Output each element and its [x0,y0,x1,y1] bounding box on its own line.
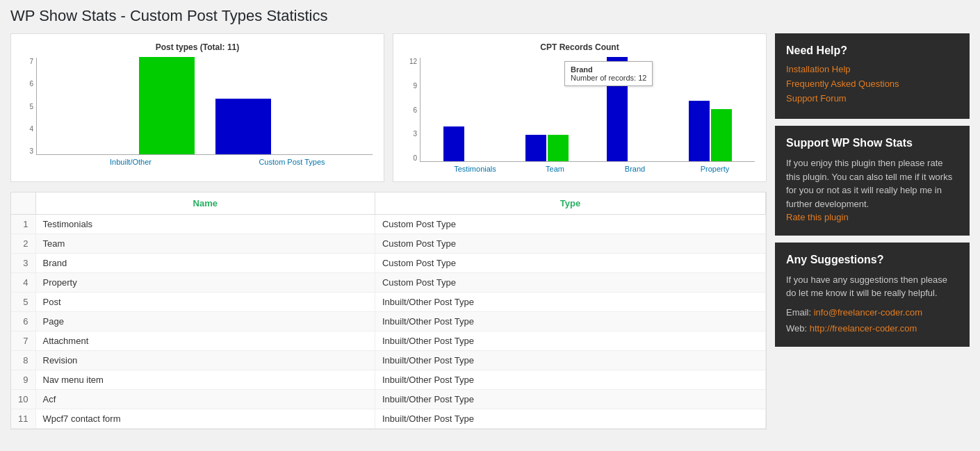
table-cell-name: Team [35,234,375,254]
table-cell-type: Inbuilt/Other Post Type [375,293,765,312]
post-types-chart-box: Post types (Total: 11) 3 4 5 6 7 [10,33,384,182]
cpt-bar-team-green [548,135,569,161]
table-cell-name: Testimonials [35,215,375,234]
post-types-bars [36,58,373,155]
table-cell-name: Nav menu item [35,370,375,390]
table-cell-num: 10 [11,390,35,409]
bar-inbuilt [139,57,195,154]
table-cell-num: 2 [11,234,35,254]
page-title: WP Show Stats - Custom Post Types Statis… [10,7,970,25]
cpt-chart-box: CPT Records Count Brand Number of record… [393,33,767,182]
table-cell-type: Inbuilt/Other Post Type [375,312,765,331]
cpt-bar-team [525,135,569,161]
table-row: 3 Brand Custom Post Type [11,254,766,273]
data-table: Name Type 1 Testimonials Custom Post Typ… [11,192,766,429]
table-cell-name: Post [35,293,375,312]
table-row: 10 Acf Inbuilt/Other Post Type [11,390,766,409]
sidebar-email-link[interactable]: info@freelancer-coder.com [814,307,922,318]
table-cell-type: Inbuilt/Other Post Type [375,351,765,370]
table-body: 1 Testimonials Custom Post Type 2 Team C… [11,215,766,429]
data-table-wrapper: Name Type 1 Testimonials Custom Post Typ… [10,192,767,429]
sidebar-link-faq[interactable]: Frequently Asked Questions [786,79,958,89]
sidebar-rate-link[interactable]: Rate this plugin [786,212,849,222]
table-row: 8 Revision Inbuilt/Other Post Type [11,351,766,370]
table-cell-type: Custom Post Type [375,215,765,234]
sidebar-link-forum[interactable]: Support Forum [786,93,958,104]
cpt-bar-team-blue [525,135,546,161]
table-header-row: Name Type [11,192,766,215]
cpt-yaxis: 0 3 6 9 12 [405,58,420,162]
x-label-inbuilt: Inbuilt/Other [50,155,211,166]
cpt-bar-property [689,101,732,161]
post-types-chart-title: Post types (Total: 11) [22,42,373,52]
tooltip-label: Number of records: 12 [571,74,646,82]
table-cell-num: 9 [11,370,35,390]
sidebar-suggestions-title: Any Suggestions? [786,254,958,266]
x-label-property: Property [675,162,755,173]
sidebar-support-title: Support WP Show Stats [786,137,958,149]
x-label-brand: Brand [595,162,675,173]
charts-row: Post types (Total: 11) 3 4 5 6 7 [10,33,767,182]
table-row: 1 Testimonials Custom Post Type [11,215,766,234]
table-cell-num: 3 [11,254,35,273]
cpt-chart-title: CPT Records Count [405,42,755,52]
table-cell-name: Attachment [35,331,375,351]
table-row: 7 Attachment Inbuilt/Other Post Type [11,331,766,351]
cpt-bar-testimonials [443,126,487,161]
table-cell-num: 6 [11,312,35,331]
page-wrapper: WP Show Stats - Custom Post Types Statis… [0,0,980,436]
sidebar-link-installation[interactable]: Installation Help [786,64,958,74]
sidebar-suggestions-box: Any Suggestions? If you have any suggest… [775,243,970,347]
cpt-tooltip: Brand Number of records: 12 [564,61,653,86]
table-cell-num: 8 [11,351,35,370]
table-cell-type: Inbuilt/Other Post Type [375,370,765,390]
post-types-yaxis: 3 4 5 6 7 [22,58,36,155]
table-cell-type: Custom Post Type [375,234,765,254]
table-cell-type: Custom Post Type [375,254,765,273]
table-cell-name: Brand [35,254,375,273]
cpt-x-labels: Testimonials Team Brand Property [435,162,755,173]
bar-inbuilt-rect [139,57,195,154]
sidebar-support-box: Support WP Show Stats If you enjoy this … [775,126,970,236]
sidebar-help-box: Need Help? Installation Help Frequently … [775,33,970,119]
tooltip-title: Brand [571,65,646,74]
table-row: 4 Property Custom Post Type [11,273,766,293]
table-cell-name: Page [35,312,375,331]
table-cell-num: 7 [11,331,35,351]
sidebar-help-title: Need Help? [786,44,958,57]
sidebar-web-link[interactable]: http://freelancer-coder.com [810,323,917,334]
sidebar: Need Help? Installation Help Frequently … [775,33,970,429]
table-cell-num: 4 [11,273,35,293]
table-cell-name: Revision [35,351,375,370]
sidebar-suggestions-text: If you have any suggestions then please … [786,273,958,300]
table-row: 11 Wpcf7 contact form Inbuilt/Other Post… [11,409,766,429]
table-cell-name: Acf [35,390,375,409]
sidebar-support-text: If you enjoy this plugin then please rat… [786,156,958,224]
table-cell-type: Inbuilt/Other Post Type [375,331,765,351]
post-types-x-labels: Inbuilt/Other Custom Post Types [50,155,373,166]
table-header-num [11,192,35,215]
table-row: 6 Page Inbuilt/Other Post Type [11,312,766,331]
table-cell-num: 5 [11,293,35,312]
cpt-bar-testimonials-blue [443,126,464,161]
table-cell-name: Wpcf7 contact form [35,409,375,429]
table-row: 9 Nav menu item Inbuilt/Other Post Type [11,370,766,390]
table-cell-num: 11 [11,409,35,429]
x-label-testimonials: Testimonials [435,162,515,173]
table-cell-type: Inbuilt/Other Post Type [375,390,765,409]
table-cell-name: Property [35,273,375,293]
table-cell-type: Custom Post Type [375,273,765,293]
table-cell-type: Inbuilt/Other Post Type [375,409,765,429]
table-row: 2 Team Custom Post Type [11,234,766,254]
table-cell-num: 1 [11,215,35,234]
sidebar-email-row: Email: info@freelancer-coder.com [786,306,958,320]
x-label-custom: Custom Post Types [211,155,373,166]
table-row: 5 Post Inbuilt/Other Post Type [11,293,766,312]
cpt-bar-property-blue [689,101,710,161]
x-label-team: Team [515,162,595,173]
cpt-bar-property-green [711,109,732,161]
main-layout: Post types (Total: 11) 3 4 5 6 7 [10,33,970,429]
content-area: Post types (Total: 11) 3 4 5 6 7 [10,33,767,429]
bar-custom [215,99,271,154]
table-header-type: Type [375,192,765,215]
